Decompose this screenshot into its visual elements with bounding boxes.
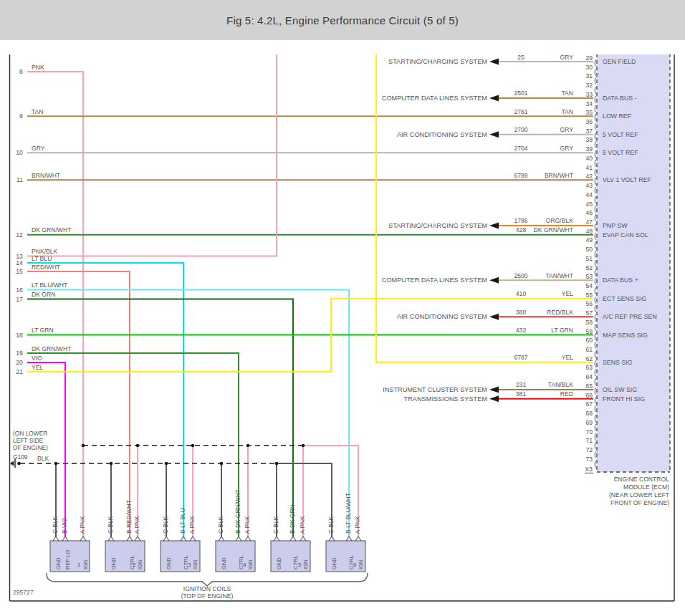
ecm-pin-number-58: 58: [585, 319, 593, 326]
ecm-pin-socket-69: (: [594, 423, 597, 431]
left-pin-number-18: 18: [16, 332, 23, 339]
ecm-pin-number-69: 69: [585, 419, 593, 426]
coil-terminal-wire-label: B DK GRN: [289, 505, 296, 534]
coil-internal-label: IGN: [192, 560, 198, 569]
coil-terminal-mark: [108, 536, 114, 541]
wire-number-pin-65: 231: [516, 381, 527, 388]
ecm-pin-socket-67: (: [594, 404, 597, 413]
wire-color-pin-47: ORG/BLK: [546, 217, 573, 224]
coil-terminal-mark: [181, 536, 186, 541]
left-pin-color-label-17: DK GRN: [32, 291, 55, 298]
wire-color-pin-37: GRY: [560, 126, 574, 133]
coil-terminal-mark: [62, 536, 68, 541]
coil-terminal-wire-label: B LT BLU: [179, 508, 186, 534]
coil-number-5: 5: [298, 562, 302, 568]
ecm-pin-socket-40: (: [594, 158, 597, 167]
ecm-pin-socket-51: (: [594, 259, 597, 267]
coil-terminal-mark: [127, 536, 133, 541]
splice-dot: [246, 444, 250, 448]
coil-internal-label: IGN: [358, 560, 364, 569]
ecm-pin-socket-61: (: [594, 350, 597, 358]
wire-number-pin-39: 2704: [514, 145, 527, 152]
system-label-pin-33: COMPUTER DATA LINES SYSTEM: [382, 95, 487, 102]
wire-color-pin-55: YEL: [562, 290, 573, 297]
offpage-arrow-icon-pin-66: [489, 395, 499, 402]
left-pin-color-label-14: LT BLU: [32, 255, 52, 262]
left-pin-number-19: 19: [16, 350, 23, 357]
ecm-pin-socket-33: (: [594, 95, 597, 103]
ecm-pin-socket-43: (: [594, 186, 597, 194]
ecm-pin-number-44: 44: [585, 191, 593, 198]
ecm-pin-socket-66: (: [594, 395, 597, 404]
ecm-pin-number-41: 41: [585, 164, 593, 171]
left-pin-number-15: 15: [16, 268, 23, 275]
left-pin-color-label-8: PNK: [32, 64, 44, 71]
ecm-pin-label-55: ECT SENS SIG: [603, 295, 647, 302]
ecm-pin-number-63: 63: [585, 364, 593, 371]
wire-number-pin-48: 428: [516, 226, 527, 234]
ecm-caption-line-2: MODULE (ECM): [623, 483, 669, 491]
system-label-pin-53: COMPUTER DATA LINES SYSTEM: [382, 276, 487, 284]
ecm-pin-socket-73: (: [594, 459, 597, 468]
ecm-pin-number-30: 30: [585, 64, 593, 71]
ecm-caption-line-3: (NEAR LOWER LEFT: [609, 491, 670, 499]
system-label-pin-57: AIR CONDITIONING SYSTEM: [397, 313, 487, 320]
left-pin-color-label-21: YEL: [32, 364, 43, 371]
ecm-pin-label-57: A/C REF PRE SEN: [603, 313, 657, 320]
coil-terminal-mark: [190, 536, 196, 541]
left-pin-number-21: 21: [16, 368, 23, 375]
wire-color-pin-66: RED: [560, 390, 573, 398]
ecm-pin-socket-39: (: [594, 149, 597, 158]
splice-dot: [136, 444, 140, 448]
left-pin-number-11: 11: [16, 176, 23, 183]
left-pin-color-label-12: DK GRN/WHT: [32, 226, 72, 234]
ecm-pin-number-39: 39: [585, 145, 593, 153]
coil-internal-label: GND: [331, 557, 337, 569]
ecm-pin-number-72: 72: [585, 446, 593, 453]
ecm-pin-socket-31: (: [594, 76, 597, 85]
wire-number-pin-57: 380: [516, 309, 527, 316]
ecm-pin-socket-71: (: [594, 441, 597, 449]
ecm-pin-number-37: 37: [585, 127, 593, 135]
ecm-pin-socket-52: (: [594, 268, 597, 276]
ecm-pin-socket-32: (: [594, 85, 597, 94]
coil-terminal-wire-label: A PNK: [299, 516, 306, 534]
offpage-arrow-icon-pin-53: [489, 277, 499, 284]
ecm-pin-number-47: 47: [585, 218, 593, 226]
coil-internal-label: GND: [110, 557, 117, 569]
coil-terminal-mark: [245, 536, 251, 541]
wire-color-pin-59: LT GRN: [551, 327, 573, 334]
left-pin-color-label-10: GRY: [32, 145, 45, 152]
wire-color-pin-57: RED/BLK: [547, 309, 573, 316]
wire-left-pin-15: [27, 271, 130, 536]
left-pin-color-label-18: LT GRN: [32, 327, 54, 334]
wire-color-pin-33: TAN: [561, 90, 573, 97]
left-pin-color-label-11: BRN/WHT: [32, 172, 61, 179]
left-pin-number-14: 14: [16, 259, 23, 266]
ground-arrow-icon: [10, 461, 14, 466]
ecm-pin-socket-36: (: [594, 122, 597, 130]
wire-number-pin-55: 410: [516, 290, 527, 297]
ecm-pin-socket-46: (: [594, 213, 597, 221]
wire-color-pin-35: TAN: [561, 108, 573, 115]
wire-number-pin-42: 6789: [514, 172, 527, 179]
ecm-pin-label-47: PNP SW: [603, 222, 628, 229]
system-label-pin-66: TRANSMISSIONS SYSTEM: [404, 395, 487, 403]
ecm-pin-number-70: 70: [585, 428, 593, 435]
ecm-pin-number-38: 38: [585, 136, 593, 143]
coil-number-2: 2: [133, 562, 136, 568]
ecm-pin-socket-68: (: [594, 413, 597, 422]
ecm-pin-number-43: 43: [585, 182, 593, 189]
ecm-pin-socket-38: (: [594, 140, 597, 148]
title-bar: Fig 5: 4.2L, Engine Performance Circuit …: [0, 0, 685, 40]
splice-dot: [220, 462, 224, 466]
ecm-pin-number-57: 57: [585, 309, 593, 317]
coil-terminal-mark: [290, 536, 296, 541]
ecm-pin-label-65: OIL SW SIG: [603, 386, 637, 393]
coil-terminal-wire-label: C BLK: [162, 516, 169, 534]
wire-number-pin-66: 381: [516, 390, 527, 398]
ecm-pin-socket-41: (: [594, 168, 597, 176]
left-pin-color-label-13: PNK/BLK: [32, 248, 58, 255]
offpage-arrow-icon-pin-57: [489, 314, 499, 320]
coil-terminal-wire-label: C BLK: [272, 516, 279, 534]
